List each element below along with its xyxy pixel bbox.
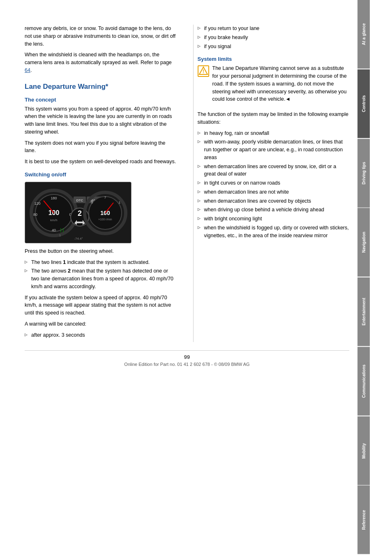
intro-para-2: When the windshield is cleaned with the … <box>25 51 177 74</box>
page-container: remove any debris, ice or snow. To avoid… <box>0 0 392 555</box>
right-col: if you return to your lane if you brake … <box>193 25 350 342</box>
sidebar-tab-navigation[interactable]: Navigation <box>357 208 370 277</box>
svg-text:km/h: km/h <box>50 218 57 222</box>
copyright-text: Online Edition for Part no. 01 41 2 602 … <box>124 362 249 367</box>
sidebar-tab-at-a-glance[interactable]: At a glance <box>357 0 370 69</box>
svg-text:| |: | | <box>60 227 64 232</box>
activation-para-1: If you activate the system below a speed… <box>25 294 177 317</box>
limit-bullets: in heavy fog, rain or snowfall with worn… <box>198 130 350 240</box>
intro-left: remove any debris, ice or snow. To avoid… <box>25 25 181 342</box>
svg-text:×100 r/min: ×100 r/min <box>98 218 112 221</box>
warning-box: ! The Lane Departure Warning cannot serv… <box>198 65 350 106</box>
svg-text:5: 5 <box>91 201 93 204</box>
svg-text:40: 40 <box>52 228 56 232</box>
limit-bullet-2: with worn-away, poorly visible demarcati… <box>198 138 350 161</box>
instrument-cluster-image: 180 120 80 40 0 100 km/h DTC BRAKE <box>25 182 131 243</box>
intro-para-1: remove any debris, ice or snow. To avoid… <box>25 25 177 48</box>
concept-para-2: The system does not warn you if you sign… <box>25 139 177 155</box>
sidebar-tab-communications[interactable]: Communications <box>357 347 370 416</box>
limit-bullet-5: when demarcation lines are not white <box>198 188 350 196</box>
sidebar-tab-entertainment[interactable]: Entertainment <box>357 278 370 346</box>
limit-bullet-1: in heavy fog, rain or snowfall <box>198 130 350 137</box>
svg-text:80: 80 <box>33 213 37 217</box>
following-text: The function of the system may be limite… <box>198 111 350 126</box>
concept-heading: The concept <box>25 97 177 103</box>
switching-heading: Switching on/off <box>25 171 177 178</box>
concept-para-3: It is best to use the system on well-dev… <box>25 158 177 166</box>
page-footer: 99 Online Edition for Part no. 01 41 2 6… <box>25 350 349 367</box>
bullet-lines-1: The two lines 1 indicate that the system… <box>25 259 177 266</box>
svg-text:1: 1 <box>59 234 61 237</box>
system-limits-heading: System limits <box>198 56 350 62</box>
limit-bullet-7: when driving up close behind a vehicle d… <box>198 206 350 214</box>
limit-bullet-6: when demarcation lines are covered by ob… <box>198 197 350 205</box>
svg-text:7: 7 <box>104 196 106 199</box>
limit-bullet-8: with bright oncoming light <box>198 215 350 223</box>
page-link-64[interactable]: 64 <box>25 67 30 73</box>
sidebar-tab-driving-tips[interactable]: Driving tips <box>357 139 370 208</box>
limit-bullet-9: when the windshield is fogged up, dirty … <box>198 224 350 240</box>
svg-text:DTC: DTC <box>76 199 83 202</box>
sidebar-tab-mobility[interactable]: Mobility <box>357 416 370 485</box>
svg-text:!: ! <box>203 69 204 74</box>
cancel-right-2: if you brake heavily <box>198 34 350 42</box>
press-button-text: Press the button on the steering wheel. <box>25 247 177 255</box>
cancel-right-bullets: if you return to your lane if you brake … <box>198 25 350 50</box>
sidebar-tab-reference[interactable]: Reference <box>357 486 370 554</box>
page-number: 99 <box>25 354 349 360</box>
activation-bullets: The two lines 1 indicate that the system… <box>25 259 177 291</box>
bullet-arrows-2: The two arrows 2 mean that the system ha… <box>25 267 177 290</box>
limit-bullet-4: in tight curves or on narrow roads <box>198 179 350 187</box>
cancel-right-1: if you return to your lane <box>198 25 350 32</box>
cancel-bullet-1: after approx. 3 seconds <box>25 331 177 339</box>
cancel-right-3: if you signal <box>198 43 350 51</box>
warning-icon: ! <box>198 65 209 77</box>
main-content: remove any debris, ice or snow. To avoid… <box>0 0 357 555</box>
sidebar: At a glance Controls Driving tips Naviga… <box>357 0 370 555</box>
cancel-bullets: after approx. 3 seconds <box>25 331 177 339</box>
warning-text: The Lane Departure Warning cannot serve … <box>212 65 350 103</box>
concept-para-1: This system warns you from a speed of ap… <box>25 105 177 136</box>
svg-text:1: 1 <box>119 201 121 204</box>
svg-text:2: 2 <box>78 209 82 217</box>
activation-para-2: A warning will be canceled: <box>25 320 177 328</box>
intro-section: remove any debris, ice or snow. To avoid… <box>25 25 349 342</box>
sidebar-tab-controls[interactable]: Controls <box>357 69 370 138</box>
svg-text:-74.4°: -74.4° <box>74 237 83 240</box>
svg-text:180: 180 <box>51 196 57 200</box>
limit-bullet-3: when demarcation lines are covered by sn… <box>198 163 350 178</box>
svg-text:120: 120 <box>34 201 40 206</box>
lane-departure-heading: Lane Departure Warning* <box>25 83 177 91</box>
